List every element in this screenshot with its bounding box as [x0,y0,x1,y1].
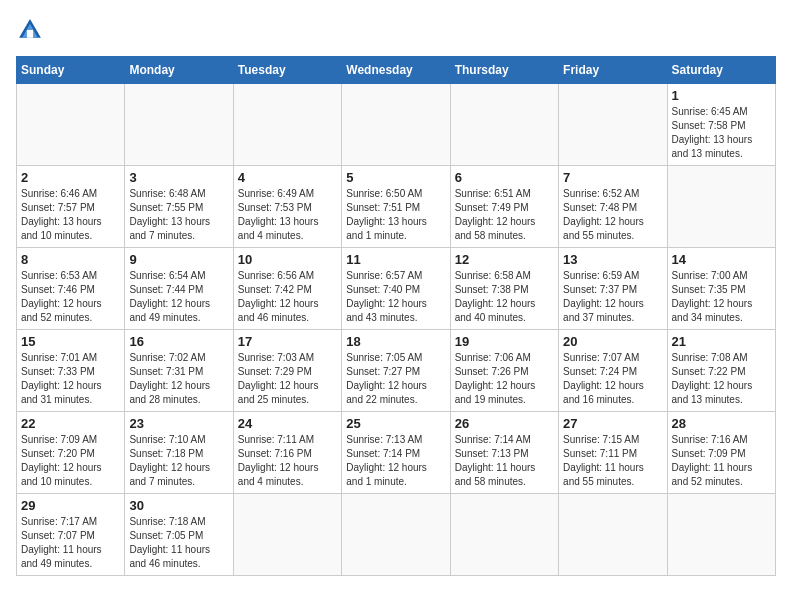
day-cell: 3Sunrise: 6:48 AM Sunset: 7:55 PM Daylig… [125,166,233,248]
day-cell [233,84,341,166]
header-day-saturday: Saturday [667,57,775,84]
week-row-5: 22Sunrise: 7:09 AM Sunset: 7:20 PM Dayli… [17,412,776,494]
day-info: Sunrise: 7:14 AM Sunset: 7:13 PM Dayligh… [455,433,554,489]
day-cell: 1Sunrise: 6:45 AM Sunset: 7:58 PM Daylig… [667,84,775,166]
day-cell [17,84,125,166]
day-number: 14 [672,252,771,267]
day-info: Sunrise: 7:09 AM Sunset: 7:20 PM Dayligh… [21,433,120,489]
day-info: Sunrise: 7:17 AM Sunset: 7:07 PM Dayligh… [21,515,120,571]
day-cell: 17Sunrise: 7:03 AM Sunset: 7:29 PM Dayli… [233,330,341,412]
day-number: 29 [21,498,120,513]
day-cell: 11Sunrise: 6:57 AM Sunset: 7:40 PM Dayli… [342,248,450,330]
day-cell: 19Sunrise: 7:06 AM Sunset: 7:26 PM Dayli… [450,330,558,412]
day-number: 20 [563,334,662,349]
week-row-1: 1Sunrise: 6:45 AM Sunset: 7:58 PM Daylig… [17,84,776,166]
day-info: Sunrise: 6:54 AM Sunset: 7:44 PM Dayligh… [129,269,228,325]
day-number: 18 [346,334,445,349]
day-cell: 14Sunrise: 7:00 AM Sunset: 7:35 PM Dayli… [667,248,775,330]
day-info: Sunrise: 6:50 AM Sunset: 7:51 PM Dayligh… [346,187,445,243]
calendar-table: SundayMondayTuesdayWednesdayThursdayFrid… [16,56,776,576]
day-cell [559,494,667,576]
day-cell: 12Sunrise: 6:58 AM Sunset: 7:38 PM Dayli… [450,248,558,330]
day-number: 17 [238,334,337,349]
day-cell [342,84,450,166]
day-number: 10 [238,252,337,267]
day-info: Sunrise: 7:16 AM Sunset: 7:09 PM Dayligh… [672,433,771,489]
day-info: Sunrise: 7:05 AM Sunset: 7:27 PM Dayligh… [346,351,445,407]
day-info: Sunrise: 7:15 AM Sunset: 7:11 PM Dayligh… [563,433,662,489]
day-number: 19 [455,334,554,349]
day-cell: 27Sunrise: 7:15 AM Sunset: 7:11 PM Dayli… [559,412,667,494]
day-cell: 16Sunrise: 7:02 AM Sunset: 7:31 PM Dayli… [125,330,233,412]
day-number: 5 [346,170,445,185]
header-day-wednesday: Wednesday [342,57,450,84]
day-number: 30 [129,498,228,513]
day-cell: 28Sunrise: 7:16 AM Sunset: 7:09 PM Dayli… [667,412,775,494]
day-cell: 6Sunrise: 6:51 AM Sunset: 7:49 PM Daylig… [450,166,558,248]
day-cell: 25Sunrise: 7:13 AM Sunset: 7:14 PM Dayli… [342,412,450,494]
day-cell [667,494,775,576]
header-day-sunday: Sunday [17,57,125,84]
day-number: 2 [21,170,120,185]
page-header [16,16,776,44]
header-day-tuesday: Tuesday [233,57,341,84]
day-cell: 10Sunrise: 6:56 AM Sunset: 7:42 PM Dayli… [233,248,341,330]
week-row-6: 29Sunrise: 7:17 AM Sunset: 7:07 PM Dayli… [17,494,776,576]
day-info: Sunrise: 7:13 AM Sunset: 7:14 PM Dayligh… [346,433,445,489]
week-row-3: 8Sunrise: 6:53 AM Sunset: 7:46 PM Daylig… [17,248,776,330]
day-number: 9 [129,252,228,267]
day-cell: 2Sunrise: 6:46 AM Sunset: 7:57 PM Daylig… [17,166,125,248]
day-info: Sunrise: 7:07 AM Sunset: 7:24 PM Dayligh… [563,351,662,407]
day-number: 28 [672,416,771,431]
day-cell: 9Sunrise: 6:54 AM Sunset: 7:44 PM Daylig… [125,248,233,330]
day-cell [559,84,667,166]
day-info: Sunrise: 7:03 AM Sunset: 7:29 PM Dayligh… [238,351,337,407]
day-cell [125,84,233,166]
day-info: Sunrise: 6:48 AM Sunset: 7:55 PM Dayligh… [129,187,228,243]
day-info: Sunrise: 7:02 AM Sunset: 7:31 PM Dayligh… [129,351,228,407]
day-info: Sunrise: 7:08 AM Sunset: 7:22 PM Dayligh… [672,351,771,407]
day-number: 15 [21,334,120,349]
day-info: Sunrise: 6:53 AM Sunset: 7:46 PM Dayligh… [21,269,120,325]
day-number: 27 [563,416,662,431]
day-info: Sunrise: 6:56 AM Sunset: 7:42 PM Dayligh… [238,269,337,325]
day-number: 23 [129,416,228,431]
day-cell: 29Sunrise: 7:17 AM Sunset: 7:07 PM Dayli… [17,494,125,576]
day-info: Sunrise: 7:11 AM Sunset: 7:16 PM Dayligh… [238,433,337,489]
day-number: 16 [129,334,228,349]
day-cell [233,494,341,576]
day-cell: 15Sunrise: 7:01 AM Sunset: 7:33 PM Dayli… [17,330,125,412]
day-info: Sunrise: 6:58 AM Sunset: 7:38 PM Dayligh… [455,269,554,325]
day-info: Sunrise: 6:46 AM Sunset: 7:57 PM Dayligh… [21,187,120,243]
day-info: Sunrise: 7:00 AM Sunset: 7:35 PM Dayligh… [672,269,771,325]
day-number: 21 [672,334,771,349]
day-info: Sunrise: 6:57 AM Sunset: 7:40 PM Dayligh… [346,269,445,325]
logo-icon [16,16,44,44]
day-cell [450,494,558,576]
day-number: 22 [21,416,120,431]
day-info: Sunrise: 6:49 AM Sunset: 7:53 PM Dayligh… [238,187,337,243]
day-cell [450,84,558,166]
day-info: Sunrise: 7:10 AM Sunset: 7:18 PM Dayligh… [129,433,228,489]
day-info: Sunrise: 6:51 AM Sunset: 7:49 PM Dayligh… [455,187,554,243]
day-info: Sunrise: 6:45 AM Sunset: 7:58 PM Dayligh… [672,105,771,161]
header-day-thursday: Thursday [450,57,558,84]
day-cell: 8Sunrise: 6:53 AM Sunset: 7:46 PM Daylig… [17,248,125,330]
day-cell: 24Sunrise: 7:11 AM Sunset: 7:16 PM Dayli… [233,412,341,494]
day-cell: 18Sunrise: 7:05 AM Sunset: 7:27 PM Dayli… [342,330,450,412]
header-day-monday: Monday [125,57,233,84]
day-cell: 13Sunrise: 6:59 AM Sunset: 7:37 PM Dayli… [559,248,667,330]
day-cell [342,494,450,576]
day-info: Sunrise: 7:01 AM Sunset: 7:33 PM Dayligh… [21,351,120,407]
header-day-friday: Friday [559,57,667,84]
day-cell: 7Sunrise: 6:52 AM Sunset: 7:48 PM Daylig… [559,166,667,248]
week-row-4: 15Sunrise: 7:01 AM Sunset: 7:33 PM Dayli… [17,330,776,412]
day-number: 13 [563,252,662,267]
day-cell: 5Sunrise: 6:50 AM Sunset: 7:51 PM Daylig… [342,166,450,248]
logo [16,16,48,44]
day-number: 3 [129,170,228,185]
day-number: 26 [455,416,554,431]
calendar-body: 1Sunrise: 6:45 AM Sunset: 7:58 PM Daylig… [17,84,776,576]
calendar-header: SundayMondayTuesdayWednesdayThursdayFrid… [17,57,776,84]
day-cell: 23Sunrise: 7:10 AM Sunset: 7:18 PM Dayli… [125,412,233,494]
